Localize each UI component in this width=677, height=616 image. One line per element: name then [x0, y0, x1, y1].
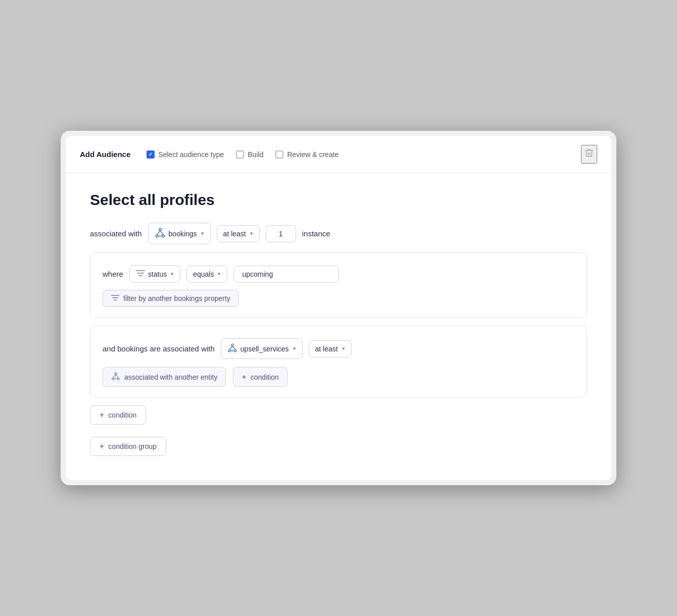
modal-title: Add Audience: [80, 150, 130, 159]
association-row: and bookings are associated with: [103, 338, 574, 359]
plus-icon-3: +: [100, 410, 104, 420]
associated-with-another-entity-btn[interactable]: associated with another entity: [103, 367, 226, 387]
entity-chevron-icon: ▾: [201, 230, 204, 237]
frequency-value: at least: [223, 230, 246, 238]
svg-point-14: [234, 350, 236, 352]
add-condition-group-label: condition group: [108, 442, 157, 450]
svg-point-20: [117, 378, 119, 380]
step-1-label: Select audience type: [158, 150, 224, 159]
property-select[interactable]: status ▾: [129, 265, 180, 283]
steps-container: Select audience type Build Review & crea…: [147, 150, 565, 159]
step-review-create[interactable]: Review & create: [275, 150, 338, 159]
delete-button[interactable]: [581, 145, 597, 164]
instance-label: instance: [302, 229, 330, 238]
plus-icon-2: +: [241, 373, 246, 382]
svg-point-19: [112, 378, 114, 380]
operator-chevron-icon: ▾: [218, 271, 221, 277]
svg-line-16: [232, 346, 235, 350]
filter-btn-label: filter by another bookings property: [123, 294, 230, 302]
association-add-condition-label: condition: [251, 373, 279, 381]
associated-with-label: associated with: [90, 229, 142, 238]
entity-select[interactable]: bookings ▾: [148, 223, 211, 244]
where-value-input[interactable]: [233, 266, 339, 283]
filter-by-another-btn[interactable]: filter by another bookings property: [103, 290, 239, 307]
trash-icon: [584, 148, 594, 158]
where-condition-box: where status ▾ equals: [90, 252, 587, 318]
filter-lines-icon-2: [111, 294, 119, 302]
association-entity-chevron-icon: ▾: [293, 345, 296, 352]
frequency-select[interactable]: at least ▾: [217, 225, 260, 242]
svg-point-18: [115, 373, 117, 375]
modal-header: Add Audience Select audience type Build …: [66, 136, 611, 173]
where-row: where status ▾ equals: [103, 265, 574, 283]
association-condition-box: and bookings are associated with: [90, 326, 587, 397]
and-bookings-label: and bookings are associated with: [103, 344, 215, 353]
svg-point-0: [159, 228, 161, 231]
step-1-checkbox: [147, 150, 155, 159]
svg-point-2: [162, 235, 165, 237]
modal: Add Audience Select audience type Build …: [66, 136, 611, 480]
association-frequency-select[interactable]: at least ▾: [309, 340, 352, 357]
step-select-audience-type[interactable]: Select audience type: [147, 150, 224, 159]
svg-point-13: [228, 350, 230, 352]
step-build[interactable]: Build: [236, 150, 263, 159]
step-2-checkbox: [236, 150, 244, 159]
step-3-checkbox: [275, 150, 283, 159]
where-label: where: [103, 270, 123, 278]
association-action-row: associated with another entity + conditi…: [103, 367, 574, 387]
entity-value: bookings: [169, 230, 197, 238]
add-condition-group-button[interactable]: + condition group: [90, 437, 166, 456]
modal-wrapper: Add Audience Select audience type Build …: [61, 131, 616, 485]
add-condition-button[interactable]: + condition: [90, 405, 146, 425]
association-entity-value: upsell_services: [240, 345, 289, 353]
page-title: Select all profiles: [90, 191, 587, 209]
modal-body: Select all profiles associated with: [66, 173, 611, 480]
property-value: status: [148, 270, 167, 278]
step-2-label: Build: [248, 150, 263, 159]
frequency-chevron-icon: ▾: [250, 230, 253, 237]
filter-lines-icon: [136, 270, 145, 278]
add-condition-label: condition: [108, 411, 136, 419]
count-input[interactable]: [266, 225, 296, 242]
association-frequency-chevron-icon: ▾: [342, 345, 345, 352]
main-condition-row: associated with bookings ▾: [90, 223, 587, 244]
nodes-icon: [155, 227, 166, 240]
svg-point-12: [231, 344, 233, 346]
svg-line-3: [157, 231, 160, 235]
association-frequency-value: at least: [315, 345, 338, 353]
svg-line-4: [160, 231, 163, 235]
property-chevron-icon: ▾: [171, 271, 174, 277]
svg-line-15: [229, 346, 232, 350]
plus-icon-4: +: [100, 442, 104, 451]
nodes-icon-2: [227, 343, 237, 354]
svg-point-1: [156, 235, 158, 237]
step-3-label: Review & create: [287, 150, 338, 159]
association-entity-select[interactable]: upsell_services ▾: [221, 338, 303, 359]
associated-with-another-entity-label: associated with another entity: [124, 373, 217, 381]
nodes-icon-3: [111, 372, 120, 382]
svg-line-21: [113, 375, 116, 378]
operator-value: equals: [193, 270, 214, 278]
svg-line-22: [116, 375, 118, 378]
operator-select[interactable]: equals ▾: [186, 266, 227, 283]
association-add-condition-btn[interactable]: + condition: [233, 367, 287, 387]
